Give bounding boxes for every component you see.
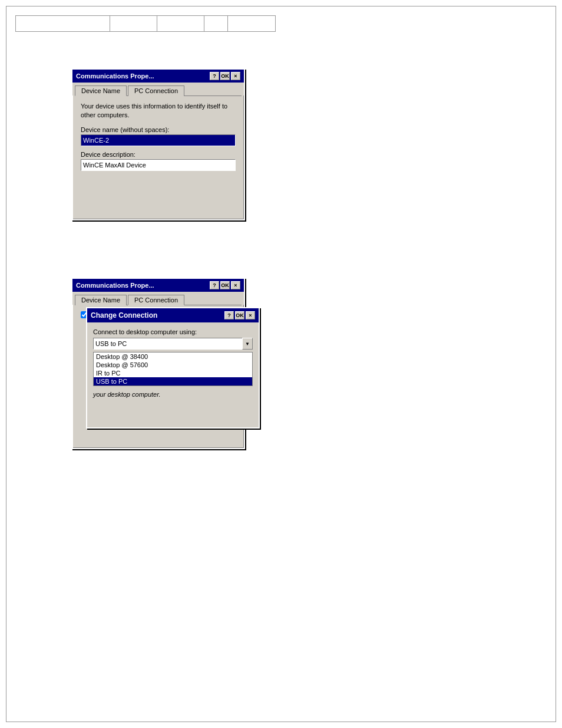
header-cell-3 [157,16,204,31]
dialog3-body: Connect to desktop computer using: USB t… [87,322,259,427]
dialog1-ok-button[interactable]: OK [220,72,230,80]
dialog3-connect-label: Connect to desktop computer using: [93,328,253,335]
dialog3-titlebar: Change Connection ? OK × [87,308,259,322]
dialog2-close-button[interactable]: × [231,281,240,289]
dialog2-title-buttons: ? OK × [210,281,240,289]
dialog1-info-text: Your device uses this information to ide… [81,102,236,120]
dialog2-ok-button[interactable]: OK [220,281,230,289]
option-usb-to-pc[interactable]: USB to PC [94,377,252,386]
option-ir-to-pc[interactable]: IR to PC [94,369,252,377]
dialog1-device-desc-input[interactable] [81,159,236,171]
dialog3-title-buttons: ? OK × [224,311,255,319]
dialog3-footer-text: your desktop computer. [93,391,253,398]
dialog2-tabs: Device Name PC Connection [72,292,244,305]
dialog3-selected-option: USB to PC [95,340,127,347]
dialog3-ok-button[interactable]: OK [235,311,244,319]
header-cell-5 [228,16,275,31]
dialog1-tabs: Device Name PC Connection [72,83,244,95]
header-cell-2 [110,16,157,31]
dialog2-tab-pc-connection[interactable]: PC Connection [128,295,184,305]
dialog1-device-desc-label: Device description: [81,151,236,158]
tab-device-name[interactable]: Device Name [75,85,127,96]
change-connection-dialog: Change Connection ? OK × Connect to desk… [86,307,260,429]
communications-properties-dialog-1: Communications Prope... ? OK × Device Na… [71,68,245,220]
dialog2-help-button[interactable]: ? [210,281,219,289]
option-desktop-38400[interactable]: Desktop @ 38400 [94,353,252,361]
dialog1-body: Your device uses this information to ide… [75,95,242,217]
top-header-bar [15,15,276,32]
dialog2-titlebar: Communications Prope... ? OK × [72,279,244,292]
tab-pc-connection[interactable]: PC Connection [128,85,184,96]
dialog3-help-button[interactable]: ? [224,311,234,319]
dialog3-close-button[interactable]: × [246,311,255,319]
outer-border: Communications Prope... ? OK × Device Na… [6,6,556,722]
dialog3-dropdown-wrapper: USB to PC ▼ [93,338,253,350]
header-cell-4 [204,16,228,31]
dialog1-title-buttons: ? OK × [210,72,240,80]
dialog2-title: Communications Prope... [76,282,210,289]
dialog3-dropdown-display[interactable]: USB to PC [93,338,253,350]
dialog1-device-name-input[interactable] [81,134,236,146]
dialog2-tab-device-name[interactable]: Device Name [75,295,127,305]
dialog3-title: Change Connection [91,311,157,319]
dialog1-device-name-label: Device name (without spaces): [81,126,236,133]
option-desktop-57600[interactable]: Desktop @ 57600 [94,361,252,369]
dialog3-dropdown-list: Desktop @ 38400 Desktop @ 57600 IR to PC… [93,352,253,386]
header-cell-1 [16,16,110,31]
dialog1-close-button[interactable]: × [231,72,240,80]
dialog1-title: Communications Prope... [76,73,210,80]
dialog1-titlebar: Communications Prope... ? OK × [72,70,244,83]
dialog1-help-button[interactable]: ? [210,72,219,80]
